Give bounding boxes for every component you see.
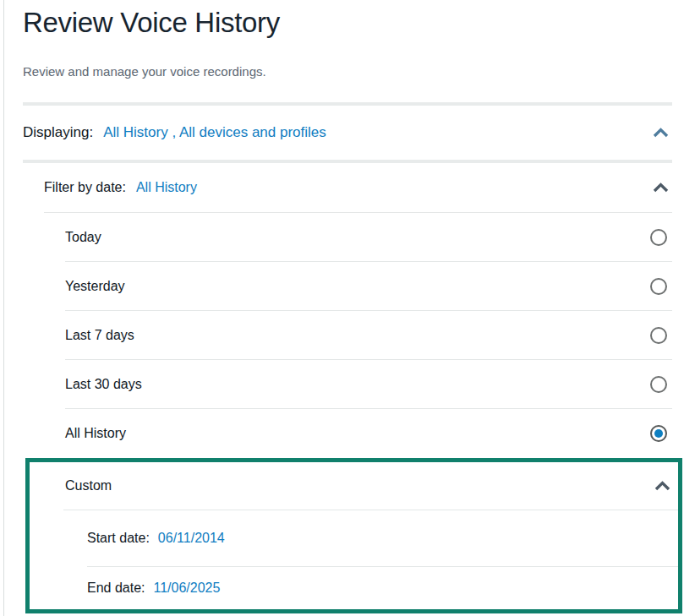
radio-button[interactable] bbox=[650, 229, 667, 246]
option-label: Last 30 days bbox=[65, 377, 142, 392]
filter-by-date-label: Filter by date: bbox=[44, 180, 126, 195]
custom-date-highlight-box: Custom Start date: 06/11/2014 End date: … bbox=[25, 458, 682, 613]
custom-label: Custom bbox=[65, 478, 112, 493]
radio-button[interactable] bbox=[650, 327, 667, 344]
filter-option-yesterday[interactable]: Yesterday bbox=[65, 262, 672, 310]
displaying-label: Displaying: bbox=[23, 124, 93, 141]
chevron-up-icon[interactable] bbox=[653, 183, 669, 193]
option-label: All History bbox=[65, 426, 126, 441]
option-label: Yesterday bbox=[65, 279, 125, 294]
filter-options-list: Today Yesterday Last 7 days Last 30 days bbox=[65, 213, 672, 457]
custom-header[interactable]: Custom bbox=[30, 462, 678, 510]
start-date-row: Start date: 06/11/2014 bbox=[30, 510, 678, 566]
displaying-value-link[interactable]: All History , All devices and profiles bbox=[103, 124, 326, 141]
filter-selected-value-link[interactable]: All History bbox=[136, 180, 197, 195]
filter-by-date-header[interactable]: Filter by date: All History bbox=[44, 163, 672, 212]
chevron-up-icon[interactable] bbox=[654, 481, 670, 491]
start-date-value-link[interactable]: 06/11/2014 bbox=[158, 531, 225, 546]
option-label: Today bbox=[65, 230, 101, 245]
end-date-value-link[interactable]: 11/06/2025 bbox=[154, 581, 221, 596]
voice-history-page: Review Voice History Review and manage y… bbox=[0, 5, 684, 616]
page-title: Review Voice History bbox=[23, 5, 672, 41]
option-label: Last 7 days bbox=[65, 328, 134, 343]
filter-option-today[interactable]: Today bbox=[65, 213, 672, 261]
end-date-label: End date: bbox=[87, 581, 145, 596]
displaying-header[interactable]: Displaying: All History , All devices an… bbox=[23, 106, 672, 160]
end-date-row: End date: 11/06/2025 bbox=[30, 567, 678, 609]
chevron-up-icon[interactable] bbox=[653, 128, 669, 138]
radio-button[interactable] bbox=[650, 278, 667, 295]
radio-button-selected[interactable] bbox=[650, 425, 667, 442]
filter-section: Filter by date: All History Today Yester… bbox=[44, 163, 672, 457]
filter-option-last-30-days[interactable]: Last 30 days bbox=[65, 360, 672, 408]
radio-button[interactable] bbox=[650, 376, 667, 393]
filter-option-last-7-days[interactable]: Last 7 days bbox=[65, 311, 672, 359]
filter-option-all-history[interactable]: All History bbox=[65, 409, 672, 457]
page-subtitle: Review and manage your voice recordings. bbox=[23, 64, 672, 79]
start-date-label: Start date: bbox=[87, 531, 150, 546]
